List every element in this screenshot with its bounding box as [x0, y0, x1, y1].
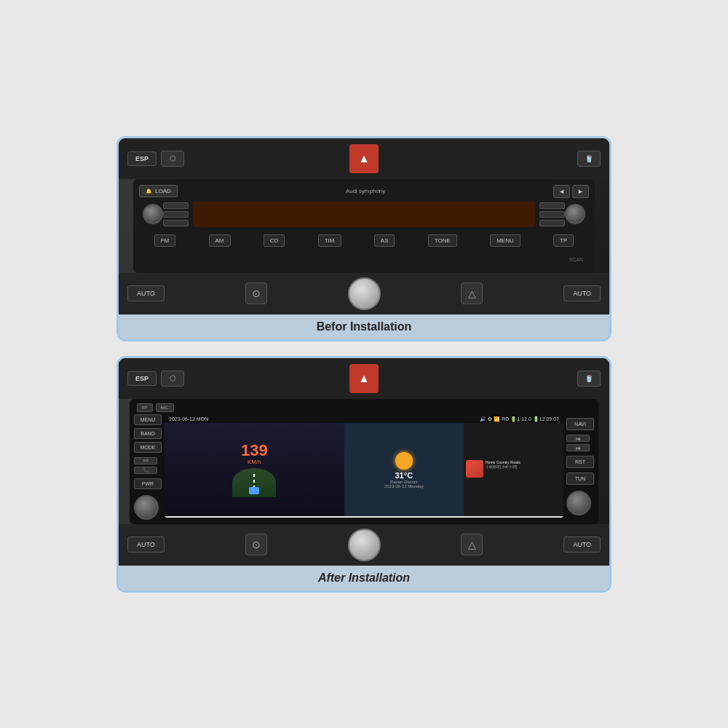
right-knob[interactable]	[565, 204, 585, 224]
fm-button[interactable]: FM	[154, 234, 176, 247]
vent-button-left-after[interactable]: ⊙	[245, 534, 267, 555]
after-top-row: ESP ⬡ ▲ 🥤	[119, 358, 609, 399]
android-screen[interactable]: 2023-06-12 MON 🔊 ✿ 📶 RD 🔋1:12.0 🔋12 09:0…	[165, 416, 563, 518]
before-panel-inner: ESP ⬡ ▲ 🥤 🔔 LOAD	[116, 136, 612, 341]
music-area: Home Country Roads 小镇路吧(乡村小调)	[464, 423, 563, 516]
radio-unit-before: 🔔 LOAD Audi symphony ◄ ►	[133, 179, 595, 273]
tone-button[interactable]: TONE	[428, 234, 457, 247]
tim-button[interactable]: TIM	[318, 234, 341, 247]
auto-button-left-after[interactable]: AUTO	[127, 537, 165, 553]
right-knob-after[interactable]	[566, 491, 591, 515]
prev-button[interactable]: ◄	[553, 185, 570, 198]
left-knob-after[interactable]	[134, 495, 159, 520]
skip-back-icon[interactable]: ⏮	[566, 435, 590, 442]
after-dashboard: ESP ⬡ ▲ 🥤 BT MIC	[119, 358, 609, 566]
skip-fwd-icon[interactable]: ⏭	[566, 444, 590, 451]
preset-btn-6[interactable]	[539, 220, 565, 226]
mode-button[interactable]: MODE	[134, 442, 162, 453]
esp-button-after[interactable]: ESP	[127, 371, 157, 386]
bt-mic-row: BT MIC	[134, 403, 594, 412]
as-button[interactable]: AS	[374, 234, 395, 247]
music-artist: 小镇路吧(乡村小调)	[486, 464, 521, 469]
after-left-buttons: MENU BAND MODE ≡≡ 📞 PWR	[134, 414, 162, 520]
auto-button-right-before[interactable]: AUTO	[563, 285, 601, 301]
music-album-art	[466, 460, 483, 478]
date-full: 2023-06-12 Monday	[384, 484, 424, 488]
speed-unit: KM/h	[248, 459, 261, 465]
gear-knob-after	[348, 529, 381, 561]
gear-knob-before	[348, 277, 381, 310]
cd-button[interactable]: CD	[264, 234, 285, 247]
radio-left-buttons	[163, 202, 189, 226]
status-bar: 2023-06-12 MON 🔊 ✿ 📶 RD 🔋1:12.0 🔋12 09:0…	[165, 416, 563, 423]
screen-content: 139 KM/h	[165, 423, 563, 516]
left-knob[interactable]	[143, 204, 163, 224]
next-button[interactable]: ►	[572, 185, 589, 198]
car-icon	[249, 487, 259, 494]
preset-btn-5[interactable]	[539, 211, 565, 218]
radio-display	[193, 202, 535, 227]
band-button[interactable]: BAND	[134, 428, 162, 439]
scan-label: SCAN	[569, 257, 583, 262]
before-bottom-row: AUTO ⊙ △ AUTO	[119, 273, 609, 314]
speed-value: 139	[241, 443, 268, 459]
vent-button-left-before[interactable]: ⊙	[245, 282, 267, 304]
preset-btn-3[interactable]	[163, 220, 189, 226]
speedometer-area: 139 KM/h	[165, 423, 344, 516]
pwr-button[interactable]: PWR	[134, 478, 162, 489]
menu-button-after[interactable]: MENU	[134, 414, 162, 425]
rst-button[interactable]: RST	[566, 456, 594, 468]
hazard-button-after[interactable]: ▲	[349, 364, 379, 393]
after-radio-unit: BT MIC MENU BAND MODE ≡≡ 📞	[130, 399, 598, 524]
auto-button-right-after[interactable]: AUTO	[563, 537, 601, 553]
status-icons: 🔊 ✿ 📶 RD 🔋1:12.0 🔋12 09:07	[480, 416, 559, 422]
after-caption: After Installation	[119, 566, 609, 590]
mic-button[interactable]: MIC	[156, 403, 174, 412]
window-icon-after: ⬡	[161, 371, 184, 387]
menu-button-radio[interactable]: MENU	[490, 234, 521, 247]
phone-icon[interactable]: 📞	[134, 467, 157, 474]
window-icon-before: ⬡	[161, 151, 184, 167]
temperature: 31°C	[395, 471, 414, 480]
sun-icon	[395, 452, 413, 470]
preset-btn-2[interactable]	[163, 211, 189, 218]
radio-name: Audi symphony	[182, 188, 549, 194]
vent-button-right-after[interactable]: △	[461, 534, 483, 555]
tp-button[interactable]: TP	[553, 234, 574, 247]
after-panel: ESP ⬡ ▲ 🥤 BT MIC	[116, 356, 612, 593]
hazard-button-before[interactable]: ▲	[349, 144, 379, 173]
esp-button-before[interactable]: ESP	[127, 151, 157, 166]
after-right-buttons: NAVI ⏮ ⏭ RST TUN	[566, 418, 594, 515]
road-lines	[253, 474, 255, 488]
drink-icon-before: 🥤	[577, 151, 601, 167]
tun-button[interactable]: TUN	[566, 472, 594, 485]
date-display: 2023-06-12 MON	[169, 416, 208, 422]
radio-right-buttons	[539, 202, 565, 226]
weather-area: 31°C Baoan District 2023-06-12 Monday	[344, 423, 464, 516]
vent-button-right-before[interactable]: △	[461, 282, 483, 304]
main-container: ESP ⬡ ▲ 🥤 🔔 LOAD	[0, 0, 728, 728]
auto-button-left-before[interactable]: AUTO	[127, 285, 165, 301]
bt-button[interactable]: BT	[137, 403, 153, 412]
after-bottom-row: AUTO ⊙ △ AUTO	[119, 524, 609, 566]
load-button[interactable]: 🔔 LOAD	[139, 185, 178, 197]
preset-btn-1[interactable]	[163, 202, 189, 209]
app-row: 📱 One screen in... G Google ▶	[165, 516, 563, 518]
before-caption: Befor Installation	[119, 314, 609, 339]
drink-icon-after: 🥤	[577, 371, 601, 387]
eq-icon[interactable]: ≡≡	[134, 457, 157, 464]
navi-button[interactable]: NAVI	[566, 418, 594, 430]
radio-bottom-buttons: FM AM CD TIM AS TONE MENU TP	[139, 230, 589, 251]
before-panel: ESP ⬡ ▲ 🥤 🔔 LOAD	[116, 136, 612, 341]
before-dashboard: ESP ⬡ ▲ 🥤 🔔 LOAD	[119, 138, 609, 314]
after-unit-row: MENU BAND MODE ≡≡ 📞 PWR	[134, 414, 594, 520]
speed-road	[232, 468, 276, 497]
am-button[interactable]: AM	[209, 234, 231, 247]
radio-middle	[139, 202, 589, 227]
android-screen-container: 2023-06-12 MON 🔊 ✿ 📶 RD 🔋1:12.0 🔋12 09:0…	[165, 416, 563, 518]
before-top-row: ESP ⬡ ▲ 🥤	[119, 138, 609, 179]
preset-btn-4[interactable]	[539, 202, 565, 209]
after-panel-inner: ESP ⬡ ▲ 🥤 BT MIC	[116, 356, 612, 593]
